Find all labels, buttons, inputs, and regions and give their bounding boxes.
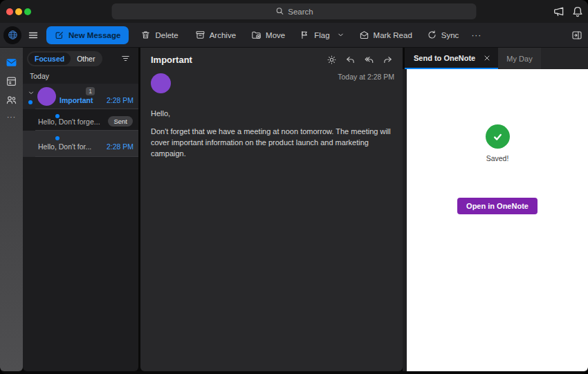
message-preview: Hello, Don't forge... <box>38 118 100 126</box>
saved-status-text: Saved! <box>486 154 509 162</box>
sync-button[interactable]: Sync <box>427 30 459 40</box>
tab-focused[interactable]: Focused <box>28 53 71 65</box>
close-icon[interactable] <box>483 54 491 62</box>
minimize-window-button[interactable] <box>15 8 22 15</box>
message-row-selected[interactable]: Hello, Don't for... 2:28 PM <box>23 131 138 157</box>
message-row-sent[interactable]: Hello, Don't forge... Sent <box>23 109 138 131</box>
message-preview: Hello, Don't for... <box>38 142 91 151</box>
forward-icon[interactable] <box>383 55 393 65</box>
check-icon <box>491 130 504 143</box>
search-input[interactable]: Search <box>112 3 477 19</box>
mark-read-label: Mark Read <box>374 31 412 39</box>
chevron-down-icon[interactable] <box>337 31 344 39</box>
titlebar: Search <box>0 0 588 23</box>
message-time: 2:28 PM <box>107 142 134 151</box>
search-placeholder: Search <box>288 8 313 16</box>
app-rail: ··· <box>0 48 23 371</box>
message-greeting: Hello, <box>151 109 393 118</box>
people-icon[interactable] <box>6 94 17 106</box>
archive-icon <box>195 30 205 40</box>
message-timestamp: Today at 2:28 PM <box>338 73 394 81</box>
tab-label: Send to OneNote <box>414 54 483 62</box>
archive-label: Archive <box>210 31 236 39</box>
hamburger-icon[interactable] <box>28 30 39 41</box>
panel-tabbar: Send to OneNote My Day <box>403 48 588 69</box>
mail-icon[interactable] <box>6 57 17 68</box>
new-message-label: New Message <box>68 31 120 39</box>
thread-time: 2:28 PM <box>107 96 134 104</box>
onenote-panel: Send to OneNote My Day Saved! Open in On… <box>403 48 588 371</box>
compose-icon <box>55 30 64 40</box>
calendar-icon[interactable] <box>6 75 17 87</box>
thread-row-important[interactable]: 1 Important 2:28 PM <box>23 84 138 109</box>
flag-button[interactable]: Flag <box>300 30 344 40</box>
tab-send-to-onenote[interactable]: Send to OneNote <box>405 48 498 69</box>
toolbar: New Message Delete Archive Move Flag <box>0 23 588 48</box>
archive-button[interactable]: Archive <box>195 30 236 40</box>
flag-icon <box>300 30 310 40</box>
reading-pane: Important Today at 2:28 PM Hello, Don't … <box>140 48 403 371</box>
close-window-button[interactable] <box>6 8 13 15</box>
sync-icon <box>427 30 437 40</box>
mark-read-icon <box>359 30 369 40</box>
avatar <box>37 87 56 106</box>
trash-icon <box>140 30 151 40</box>
megaphone-icon[interactable] <box>553 6 565 18</box>
tab-my-day[interactable]: My Day <box>498 48 541 69</box>
main-area: ··· Focused Other Today 1 <box>0 48 588 374</box>
list-header: Focused Other <box>23 48 138 69</box>
reading-pane-actions <box>327 55 393 65</box>
thread-count-badge: 1 <box>86 87 95 95</box>
flag-label: Flag <box>314 31 329 39</box>
delete-button[interactable]: Delete <box>140 30 178 40</box>
move-label: Move <box>266 31 285 39</box>
open-in-onenote-button[interactable]: Open in OneNote <box>457 198 538 214</box>
toolbar-more-button[interactable]: ··· <box>470 30 483 40</box>
delete-label: Delete <box>155 31 178 39</box>
sent-badge: Sent <box>108 116 133 127</box>
unread-dot <box>55 136 59 140</box>
message-list-pane: Focused Other Today 1 Important 2:28 PM <box>23 48 138 371</box>
tab-other[interactable]: Other <box>71 53 101 65</box>
titlebar-actions <box>553 0 584 23</box>
filter-icon[interactable] <box>120 53 131 64</box>
search-icon <box>275 6 284 17</box>
reply-all-icon[interactable] <box>364 55 374 65</box>
section-header-today: Today <box>23 69 138 84</box>
bell-icon[interactable] <box>571 6 584 18</box>
sync-label: Sync <box>441 31 459 39</box>
reply-icon[interactable] <box>345 55 356 65</box>
message-body: Don't forget that we have a meeting at n… <box>151 127 393 160</box>
inbox-segment-control: Focused Other <box>27 51 102 66</box>
move-folder-icon <box>251 30 261 40</box>
panel-toggle-icon[interactable] <box>571 30 582 41</box>
success-check-circle <box>486 124 510 149</box>
zoom-window-button[interactable] <box>24 8 31 15</box>
mark-read-button[interactable]: Mark Read <box>359 30 412 40</box>
brightness-icon[interactable] <box>327 55 337 65</box>
expand-chevron-icon[interactable] <box>28 90 35 96</box>
globe-avatar-icon <box>7 29 19 41</box>
thread-sender: Important <box>59 96 93 104</box>
sender-avatar <box>151 73 171 93</box>
onenote-panel-content: Saved! Open in OneNote <box>403 69 588 371</box>
rail-more-button[interactable]: ··· <box>7 113 16 121</box>
new-message-button[interactable]: New Message <box>46 26 129 44</box>
move-button[interactable]: Move <box>251 30 285 40</box>
unread-dot <box>28 100 33 104</box>
account-avatar[interactable] <box>3 26 21 44</box>
outlook-window: Search New Message <box>0 0 588 374</box>
